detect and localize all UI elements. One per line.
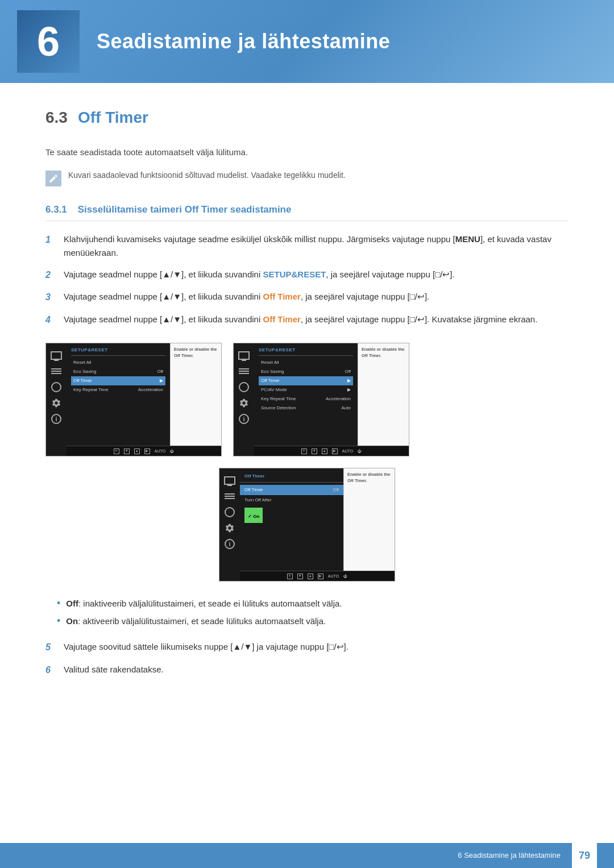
mockup1-bottom-bar: ✕ ▼ ▲ ▶ AUTO ⏻ <box>67 446 221 456</box>
mockup3-sidebar: i <box>219 468 240 581</box>
enter-btn-icon-3: ▶ <box>318 574 323 579</box>
mockup3-bottom-bar: ✕ ▼ ▲ ▶ AUTO ⏻ <box>240 571 395 581</box>
mockup1-main: SETUP&RESET Reset All Eco SavingOff Off … <box>67 343 170 456</box>
section-number: 6.3 <box>45 106 68 130</box>
mockup1-item-keyrepeat: Key Repeat TimeAcceleration <box>71 385 165 394</box>
x-btn-icon-2: ✕ <box>301 448 307 454</box>
mockup3-offtimer-label: Off Timer <box>244 487 263 493</box>
pencil-icon <box>48 173 59 184</box>
up-btn-icon-2: ▲ <box>322 448 327 454</box>
mockup1-right-panel: Enable or disable the Off Timer. <box>170 343 221 456</box>
section-description: Te saate seadistada toote automaatselt v… <box>45 146 569 159</box>
mockup2-bottom-bar: ✕ ▼ ▲ ▶ AUTO ⏻ <box>254 446 409 456</box>
mockup2-btn-auto: AUTO <box>342 448 353 455</box>
x-btn-icon-3: ✕ <box>287 574 293 579</box>
mockup3-icon-lines <box>223 491 236 501</box>
mockup2-icon-info: i <box>238 414 250 424</box>
chapter-number: 6 <box>17 10 80 73</box>
mockup1-icon-gear <box>50 398 63 408</box>
bullet-text-on: On: aktiveerib väljalülitustaimeri, et s… <box>66 615 326 628</box>
mockup3-icon-gear <box>223 523 236 533</box>
mockup1-item-reset: Reset All <box>71 358 165 367</box>
step-text-5: Vajutage soovitud sättele liikumiseks nu… <box>64 640 569 655</box>
mockup3-right-panel: Enable or disable the Off Timer. <box>343 468 395 581</box>
note-text: Kuvari saadaolevad funktsioonid sõltuvad… <box>68 169 346 181</box>
subsection-title: Sisselülitamise taimeri Off Timer seadis… <box>78 204 292 215</box>
mockup3-icon-arrows <box>223 507 236 517</box>
mockup3-btn-up: ▲ <box>308 574 313 579</box>
lines-icon-3 <box>225 493 235 499</box>
mockup2-item-source: Source DetectionAuto <box>259 404 353 413</box>
mockup2-btn-x: ✕ <box>301 448 307 454</box>
bullet-item-on: • On: aktiveerib väljalülitustaimeri, et… <box>57 615 569 628</box>
up-btn-icon-3: ▲ <box>308 574 313 579</box>
mockup1-right-title: Enable or disable the Off Timer. <box>174 347 218 359</box>
info-icon-2: i <box>239 414 249 424</box>
footer-page-number: 79 <box>572 843 597 868</box>
step-num-1: 1 <box>45 232 56 260</box>
info-icon-3: i <box>225 539 235 549</box>
header-banner: 6 Seadistamine ja lähtestamine <box>0 0 614 83</box>
mockup1-btn-power: ⏻ <box>170 448 174 455</box>
screens-row-bottom: i Off Timer Off Timer Off Turn Off After… <box>45 468 569 582</box>
mockup1-item-eco: Eco SavingOff <box>71 367 165 376</box>
off-label: Off <box>66 599 78 608</box>
mockup1-icon-monitor <box>50 350 63 360</box>
x-btn-icon: ✕ <box>114 448 119 454</box>
step-num-3: 3 <box>45 290 56 305</box>
lines-icon-2 <box>239 368 249 374</box>
arrows-icon-2 <box>239 382 249 392</box>
mockup3-turnoff-label: Turn Off After <box>244 497 272 504</box>
down-btn-icon-2: ▼ <box>312 448 317 454</box>
mockup3-submenu-area: Off Timer Off Timer Off Turn Off After ✓… <box>240 468 343 581</box>
step-num-4: 4 <box>45 313 56 327</box>
mockup2-icon-gear <box>238 398 250 408</box>
note-box: Kuvari saadaolevad funktsioonid sõltuvad… <box>45 169 569 186</box>
screen-mockup-3: i Off Timer Off Timer Off Turn Off After… <box>219 468 395 582</box>
mockup3-on-label: ✓ On <box>248 514 259 519</box>
mockup3-btn-x: ✕ <box>287 574 293 579</box>
mockup2-icon-monitor <box>238 350 250 360</box>
step-3: 3 Vajutage seadmel nuppe [▲/▼], et liiku… <box>45 290 569 305</box>
mockup2-btn-up: ▲ <box>322 448 327 454</box>
mockup2-icon-arrows <box>238 382 250 392</box>
mockup3-icon-info: i <box>223 539 236 549</box>
step-text-6: Valitud säte rakendatakse. <box>64 663 569 678</box>
mockup1-btn-down: ▼ <box>124 448 130 454</box>
down-btn-icon-3: ▼ <box>297 574 303 579</box>
mockup3-on-option: ✓ On <box>244 508 263 523</box>
mockup1-icon-lines <box>50 366 63 376</box>
off-timer-label-step4: Off Timer <box>263 314 300 324</box>
step-6: 6 Valitud säte rakendatakse. <box>45 663 569 678</box>
screens-row-top: i SETUP&RESET Reset All Eco SavingOff Of… <box>45 343 569 456</box>
mockup2-right-panel: Enable or disable the Off Timer. <box>358 343 409 456</box>
steps-list-2: 5 Vajutage soovitud sättele liikumiseks … <box>45 640 569 677</box>
arrows-icon-3 <box>225 507 235 517</box>
bullet-list: • Off: inaktiveerib väljalülitustaimeri,… <box>57 597 569 628</box>
step-num-6: 6 <box>45 663 56 678</box>
setup-reset-label: SETUP&RESET <box>263 269 326 279</box>
enter-btn-icon-2: ▶ <box>332 448 338 454</box>
mockup2-item-offtimer: Off Timer▶ <box>259 376 353 385</box>
mockup1-btn-enter: ▶ <box>144 448 150 454</box>
enter-btn-icon: ▶ <box>144 448 150 454</box>
mockup2-sidebar: i <box>234 343 254 456</box>
header-title: Seadistamine ja lähtestamine <box>97 26 390 57</box>
mockup2-item-eco: Eco SavingOff <box>259 367 353 376</box>
step-text-2: Vajutage seadmel nuppe [▲/▼], et liikuda… <box>64 268 569 283</box>
mockup1-icon-info: i <box>50 414 63 424</box>
gear-icon-3 <box>225 523 235 533</box>
lines-icon <box>51 368 61 374</box>
mockup3-item-offtimer: Off Timer Off <box>240 485 343 495</box>
footer-chapter-label: 6 Seadistamine ja lähtestamine <box>458 850 561 861</box>
step-2: 2 Vajutage seadmel nuppe [▲/▼], et liiku… <box>45 268 569 283</box>
mockup1-item-offtimer: Off Timer▶ <box>71 376 165 385</box>
mockup1-icon-arrows <box>50 382 63 392</box>
mockup3-submenu-header: Off Timer <box>240 472 343 483</box>
step-4: 4 Vajutage seadmel nuppe [▲/▼], et liiku… <box>45 313 569 327</box>
bullet-dot-on: • <box>57 615 60 628</box>
off-timer-label-step3: Off Timer <box>263 292 300 301</box>
arrows-icon <box>51 382 61 392</box>
section-heading: 6.3 Off Timer <box>45 106 569 130</box>
step-5: 5 Vajutage soovitud sättele liikumiseks … <box>45 640 569 655</box>
